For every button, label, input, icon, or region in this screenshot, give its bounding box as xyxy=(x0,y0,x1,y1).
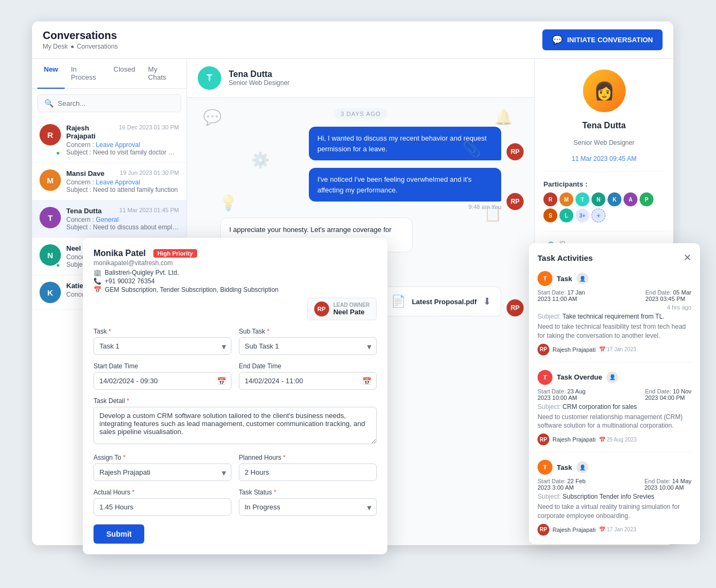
subtask-select-wrap: Sub Task 1 xyxy=(239,337,377,355)
tab-in-process[interactable]: In Process xyxy=(65,59,107,89)
profile-name: Tena Dutta xyxy=(582,121,626,130)
req-icon: * xyxy=(132,489,135,496)
modal-header: Monika Patel High Priority xyxy=(94,249,377,258)
file-attachment[interactable]: 📄 Latest Proposal.pdf ⬇ xyxy=(381,287,501,316)
add-participant-button[interactable]: + xyxy=(592,208,605,222)
lead-owner-name: Neel Pate xyxy=(333,308,370,316)
participant-avatar: K xyxy=(608,192,621,206)
start-time: 2023 10:00 AM xyxy=(538,394,577,401)
close-button[interactable]: ✕ xyxy=(683,252,691,264)
breadcrumb-conversations: Conversations xyxy=(77,43,118,50)
tab-closed[interactable]: Closed xyxy=(107,59,142,89)
avatar-wrap: N xyxy=(40,244,61,268)
end-time: 2023 10:00 AM xyxy=(644,484,684,491)
conv-time: 11 Mar 2023 01:45 PM xyxy=(119,207,179,213)
conv-name: Rajesh Prajapati xyxy=(66,124,119,140)
concern-link[interactable]: Leave Approval xyxy=(96,179,140,186)
start-label: Start Date: xyxy=(538,289,567,296)
search-icon: 🔍 xyxy=(44,99,53,107)
actual-hours-input[interactable] xyxy=(94,498,231,516)
list-item[interactable]: M Mansi Dave 19 Jun 2023 01:30 PM Concer… xyxy=(32,163,186,200)
app-title: Conversations xyxy=(43,29,118,42)
req-icon: * xyxy=(108,328,111,335)
task-select[interactable]: Task 1 xyxy=(94,337,231,355)
task-footer: RP Rajesh Prajapati 📅 17 Jan 2023 xyxy=(538,344,691,355)
message-avatar: RP xyxy=(507,143,524,160)
task-person-avatar: RP xyxy=(538,434,549,445)
task-status-select[interactable]: In Progress xyxy=(239,498,377,516)
participant-avatar: L xyxy=(559,208,573,222)
conv-info: Rajesh Prajapati 16 Dec 2023 01:30 PM Co… xyxy=(66,124,179,156)
message-row: RP Hi, I wanted to discuss my recent beh… xyxy=(198,127,524,160)
task-card-1: T Task 👤 Start Date: 17 Jan 2023 11:00 A… xyxy=(538,271,691,355)
task-subject: Subject: Subscription Tender info Srevie… xyxy=(538,493,691,500)
chat-user-info: Tena Dutta Senior Web Designer xyxy=(229,69,290,87)
task-badge: T xyxy=(538,271,552,286)
assign-select[interactable]: Rajesh Prajapati xyxy=(94,463,231,481)
search-input[interactable] xyxy=(58,99,174,107)
conv-name: Tena Dutta xyxy=(66,207,102,215)
initiate-conversation-button[interactable]: 💬 INITIATE CONVERSATION xyxy=(542,29,663,50)
end-time: 2023 04:00 PM xyxy=(645,394,685,401)
task-label: Task * xyxy=(94,328,231,335)
subtask-select[interactable]: Sub Task 1 xyxy=(239,337,377,355)
tab-new[interactable]: New xyxy=(37,59,65,89)
tab-my-chats[interactable]: My Chats xyxy=(142,59,181,89)
task-footer: RP Rajesh Prajapati 📅 17 Jan 2023 xyxy=(538,524,691,536)
task-card-header: T Task 👤 xyxy=(538,460,691,475)
task-badge: T xyxy=(538,370,552,385)
planned-hours-label: Planned Hours * xyxy=(239,454,377,461)
task-card-header: T Task Overdue 👤 xyxy=(538,370,691,385)
conv-subject: Subject : Need to attend family function xyxy=(66,186,179,194)
task-person-avatar: RP xyxy=(538,524,549,536)
task-person-icon: 👤 xyxy=(606,372,618,383)
subject-value: CRM corporation for sales xyxy=(563,403,637,411)
chat-avatar: T xyxy=(198,66,221,90)
conv-header: Tena Dutta 11 Mar 2023 01:45 PM xyxy=(66,207,179,215)
file-name: Latest Proposal.pdf xyxy=(412,298,477,306)
form-group-task: Task * Task 1 xyxy=(94,328,231,355)
req-icon: * xyxy=(123,454,126,461)
online-indicator xyxy=(56,263,60,268)
message-time: 9:48 am You xyxy=(309,204,501,210)
task-detail-textarea[interactable]: Develop a custom CRM software solution t… xyxy=(94,407,377,444)
task-person-name: Rajesh Prajapati xyxy=(552,346,596,353)
conv-concern: Concern : Leave Approval xyxy=(66,179,179,186)
message-bubble: Hi, I wanted to discuss my recent behavi… xyxy=(309,127,501,160)
participants-label: Participants : xyxy=(543,180,665,188)
form-row-task: Task * Task 1 Sub Task * Sub Task 1 xyxy=(94,328,377,355)
participants-section: Participants : R M T N K A P S L 3+ + xyxy=(543,180,665,222)
task-person-avatar: RP xyxy=(538,344,549,355)
chat-header: T Tena Dutta Senior Web Designer xyxy=(187,59,534,98)
chat-user-name: Tena Dutta xyxy=(229,69,290,79)
conv-header: Mansi Dave 19 Jun 2023 01:30 PM xyxy=(66,169,179,177)
lead-owner-info: LEAD OWNER Neel Pate xyxy=(333,302,370,316)
profile-role: Senior Web Designer xyxy=(574,139,635,146)
start-date-input[interactable] xyxy=(94,372,231,390)
form-row-dates: Start Date Time 📅 End Date Time 📅 xyxy=(94,362,377,390)
list-item[interactable]: R Rajesh Prajapati 16 Dec 2023 01:30 PM … xyxy=(32,118,186,163)
task-description: Need to take technical feasibility test … xyxy=(538,322,691,341)
assign-select-wrap: Rajesh Prajapati xyxy=(94,463,231,481)
concern-link[interactable]: Leave Approval xyxy=(96,141,140,149)
lead-owner-box: RP LEAD OWNER Neel Pate xyxy=(307,298,377,320)
phone-number: +91 90032 76354 xyxy=(105,277,155,285)
download-icon[interactable]: ⬇ xyxy=(483,296,491,307)
lead-owner-avatar: RP xyxy=(314,301,329,316)
concern-link[interactable]: General xyxy=(96,216,119,223)
task-type-label: Task Overdue xyxy=(557,373,602,381)
planned-hours-input[interactable] xyxy=(239,463,377,481)
end-date-input[interactable] xyxy=(239,372,377,390)
task-select-wrap: Task 1 xyxy=(94,337,231,355)
task-footer-date: 📅 25 Aug 2023 xyxy=(599,437,637,443)
end-date-wrap: 📅 xyxy=(239,372,377,390)
submit-button[interactable]: Submit xyxy=(94,524,144,544)
end-label: End Date: xyxy=(644,478,672,484)
calendar-icon: 📅 xyxy=(362,377,371,385)
avatar-wrap: R xyxy=(40,124,61,156)
header: Conversations My Desk Conversations 💬 IN… xyxy=(32,21,673,59)
avatar-wrap: K xyxy=(40,282,61,303)
profile-date: 11 Mar 2023 09:45 AM xyxy=(572,155,636,163)
list-item[interactable]: T Tena Dutta 11 Mar 2023 01:45 PM Concer… xyxy=(32,200,186,238)
req-icon: * xyxy=(127,397,129,405)
